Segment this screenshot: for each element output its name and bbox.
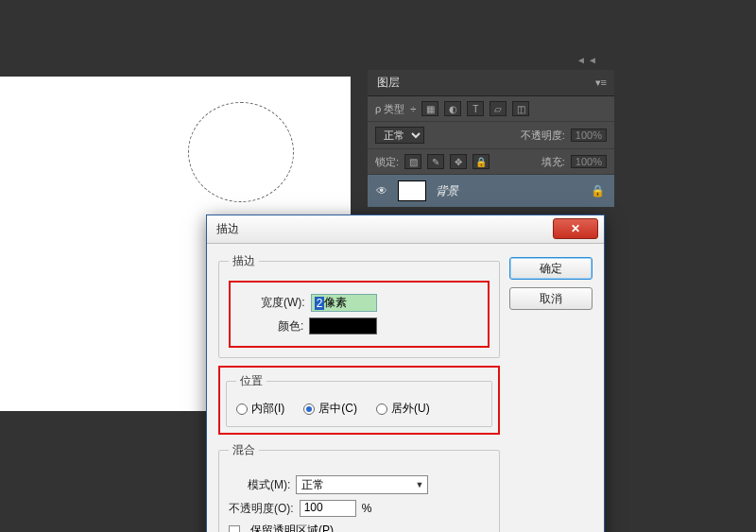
stroke-dialog: 描边 ✕ 描边 宽度(W): 2 像素 颜色: bbox=[206, 215, 605, 532]
filter-smart-icon[interactable]: ◫ bbox=[512, 101, 529, 116]
fill-value[interactable]: 100% bbox=[571, 155, 607, 168]
lock-paint-icon[interactable]: ✎ bbox=[427, 154, 444, 169]
selection-marquee bbox=[188, 102, 294, 202]
width-input[interactable]: 2 像素 bbox=[311, 294, 377, 312]
blend-group: 混合 模式(M): 正常 不透明度(O): 100 % 保留透明区域(P bbox=[218, 442, 500, 532]
layers-title-text: 图层 bbox=[377, 76, 400, 89]
preserve-label: 保留透明区域(P) bbox=[250, 523, 334, 532]
radio-center[interactable]: 居中(C) bbox=[303, 401, 357, 417]
panel-menu-icon[interactable]: ▾≡ bbox=[595, 77, 607, 89]
filter-adjust-icon[interactable]: ◐ bbox=[444, 101, 461, 116]
lock-label: 锁定: bbox=[375, 155, 399, 169]
radio-inside-label: 内部(I) bbox=[251, 401, 284, 417]
ok-label: 确定 bbox=[540, 261, 562, 277]
radio-inside[interactable]: 内部(I) bbox=[236, 401, 284, 417]
lock-position-icon[interactable]: ✥ bbox=[450, 154, 467, 169]
ok-button[interactable]: 确定 bbox=[509, 257, 593, 280]
location-legend: 位置 bbox=[236, 373, 266, 389]
mode-label: 模式(M): bbox=[248, 477, 290, 493]
cancel-label: 取消 bbox=[540, 291, 562, 307]
layer-filter-row: ρ 类型 ÷ ▦ ◐ T ▱ ◫ bbox=[368, 96, 614, 122]
blend-mode-select[interactable]: 正常 bbox=[375, 127, 424, 144]
radio-center-label: 居中(C) bbox=[318, 401, 357, 417]
mode-select[interactable]: 正常 bbox=[296, 475, 428, 494]
color-label: 颜色: bbox=[278, 318, 303, 335]
visibility-eye-icon[interactable]: 👁 bbox=[375, 184, 388, 197]
lock-all-icon[interactable]: 🔒 bbox=[472, 154, 490, 169]
dialog-titlebar[interactable]: 描边 ✕ bbox=[207, 215, 604, 244]
radio-icon bbox=[236, 403, 248, 415]
blend-opacity-row: 正常 不透明度: 100% bbox=[368, 122, 614, 149]
layer-thumbnail[interactable] bbox=[398, 180, 426, 201]
width-label: 宽度(W): bbox=[261, 295, 305, 311]
preserve-checkbox[interactable] bbox=[229, 525, 240, 533]
close-button[interactable]: ✕ bbox=[553, 218, 598, 239]
fill-label: 填充: bbox=[541, 155, 565, 169]
radio-outside[interactable]: 居外(U) bbox=[376, 401, 430, 417]
blend-legend: 混合 bbox=[229, 442, 259, 458]
filter-shape-icon[interactable]: ▱ bbox=[490, 101, 507, 116]
mode-value: 正常 bbox=[301, 477, 324, 493]
opacity-pct: % bbox=[362, 502, 372, 515]
location-highlight-box: 位置 内部(I) 居中(C) 居外(U) bbox=[218, 366, 500, 435]
dlg-opacity-input[interactable]: 100 bbox=[300, 500, 356, 517]
lock-fill-row: 锁定: ▨ ✎ ✥ 🔒 填充: 100% bbox=[368, 149, 614, 175]
location-group: 位置 内部(I) 居中(C) 居外(U) bbox=[226, 373, 492, 427]
layer-lock-icon[interactable]: 🔒 bbox=[591, 184, 605, 197]
cancel-button[interactable]: 取消 bbox=[509, 287, 593, 310]
dlg-opacity-value: 100 bbox=[304, 501, 323, 514]
opacity-value[interactable]: 100% bbox=[571, 129, 607, 142]
layers-panel-title: 图层 ▾≡ bbox=[368, 70, 614, 96]
width-unit: 像素 bbox=[324, 295, 347, 311]
layers-panel: 图层 ▾≡ ρ 类型 ÷ ▦ ◐ T ▱ ◫ 正常 不透明度: 100% 锁定:… bbox=[368, 70, 614, 207]
radio-icon bbox=[376, 403, 387, 415]
stroke-legend: 描边 bbox=[229, 253, 259, 269]
opacity-label: 不透明度: bbox=[521, 129, 565, 143]
radio-icon bbox=[303, 403, 315, 415]
filter-kind-label: ρ 类型 bbox=[375, 102, 404, 116]
close-icon: ✕ bbox=[571, 222, 580, 235]
layer-name-text: 背景 bbox=[436, 183, 458, 199]
filter-pixel-icon[interactable]: ▦ bbox=[421, 101, 438, 116]
dialog-title: 描边 bbox=[216, 221, 239, 237]
lock-transparent-icon[interactable]: ▨ bbox=[404, 154, 421, 169]
width-value: 2 bbox=[315, 297, 325, 310]
stroke-group: 描边 宽度(W): 2 像素 颜色: bbox=[218, 253, 500, 358]
layer-row-background[interactable]: 👁 背景 🔒 bbox=[368, 175, 614, 207]
color-swatch[interactable] bbox=[309, 317, 377, 335]
dlg-opacity-label: 不透明度(O): bbox=[229, 501, 294, 517]
radio-outside-label: 居外(U) bbox=[391, 401, 430, 417]
panel-collapse-icon[interactable]: ◄◄ bbox=[576, 55, 599, 65]
stroke-highlight-box: 宽度(W): 2 像素 颜色: bbox=[229, 281, 490, 348]
filter-type-icon[interactable]: T bbox=[467, 101, 484, 116]
filter-dropdown-icon[interactable]: ÷ bbox=[410, 103, 416, 114]
